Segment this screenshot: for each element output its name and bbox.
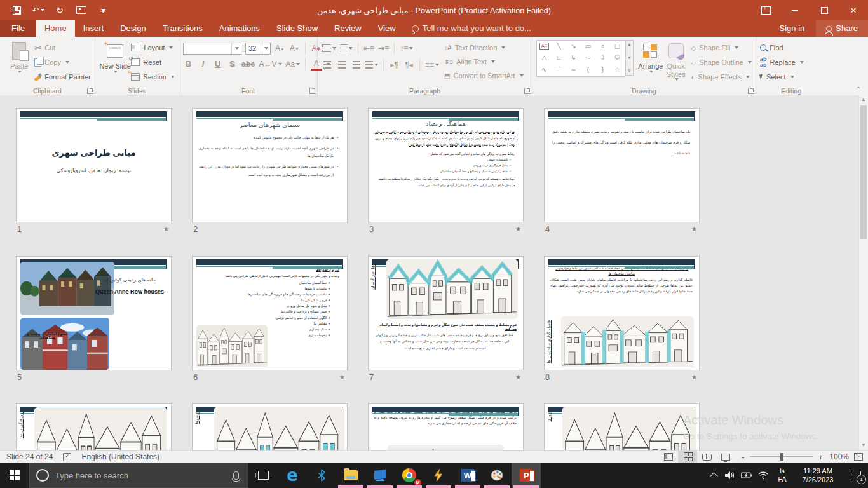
character-spacing-button[interactable]: A↔V [259,58,282,71]
find-button[interactable]: Find [760,41,804,54]
tab-view[interactable]: View [370,20,404,37]
tab-animations[interactable]: Animations [211,20,268,37]
bullets-icon[interactable] [322,43,336,55]
slide-count-indicator[interactable]: Slide 24 of 24 [0,452,59,461]
slide-sorter-view-icon[interactable] [678,451,697,463]
copy-button[interactable]: Copy [34,56,91,69]
replace-button[interactable]: abacReplace [760,56,804,69]
action-center-button[interactable]: 1 [843,463,868,488]
tab-home[interactable]: Home [36,20,75,37]
vertical-scrollbar[interactable]: ▲ ▼ [858,95,868,450]
slide-6[interactable]: کاربرد ضوابط وحدت و یکپارچگی در مجموعه ک… [192,256,348,370]
fit-to-window-icon[interactable] [854,453,863,461]
shape-right-brace-icon[interactable]: } [602,66,604,73]
layout-button[interactable]: Layout [131,41,175,54]
slide-9-thumbnail[interactable]: فرورفتگی در نما [16,403,172,450]
slide-10[interactable]: بازشوها [192,403,348,450]
taskbar-search-input[interactable]: Type here to search [29,463,248,488]
align-center-icon[interactable] [336,59,347,71]
task-view-button[interactable] [248,463,278,488]
shape-fill-button[interactable]: ◇Shape Fill [691,41,752,54]
zoom-level[interactable]: 100% [829,452,849,461]
format-painter-button[interactable]: Format Painter [34,71,91,83]
reset-button[interactable]: Reset [131,56,175,69]
shape-down-arrow-icon[interactable]: ⇩ [600,54,605,61]
start-slideshow-icon[interactable] [75,4,88,16]
paste-button[interactable]: Paste [4,40,34,73]
volume-button[interactable] [722,463,738,488]
align-left-icon[interactable] [322,59,332,71]
wifi-button[interactable] [755,463,771,488]
remote-desktop-button[interactable] [365,463,395,488]
scrollbar-thumb[interactable] [860,105,867,239]
zoom-out-icon[interactable]: - [742,452,744,462]
edge-button[interactable]: e [278,463,307,488]
bluetooth-button[interactable] [307,463,336,488]
shape-star-icon[interactable]: ☆ [614,66,620,73]
justify-icon[interactable] [365,59,378,71]
powerpoint-button[interactable]: P [512,463,541,488]
winamp-button[interactable] [424,463,453,488]
slide-10-thumbnail[interactable]: بازشوها [192,403,348,450]
underline-button[interactable]: U [212,58,223,71]
slideshow-view-icon[interactable] [716,451,735,463]
line-spacing-icon[interactable]: ↕≡ [400,43,413,55]
shape-elbow-icon[interactable]: ∟ [556,54,562,61]
minimize-icon[interactable] [780,0,810,20]
align-text-button[interactable]: ⬍≡Align Text [444,55,524,68]
collapse-ribbon-icon[interactable]: ⌃ [854,86,863,93]
grow-font-icon[interactable]: A▲ [275,43,285,55]
normal-view-icon[interactable] [659,451,678,463]
scroll-up-icon[interactable]: ▲ [859,95,868,104]
customize-quick-access-icon[interactable]: ▾̶ [97,4,109,16]
font-dialog-launcher-icon[interactable] [309,88,316,94]
slide-4[interactable]: یک ساختمان طراحی شده برای تناسب با زمینه… [544,108,700,222]
slide-7[interactable]: خط افق آسمان فرم مسلط و پیچیده سقف شیب د… [368,256,524,370]
cut-button[interactable]: ✂Cut [34,41,91,54]
shape-triangle-icon[interactable]: △ [542,54,547,61]
convert-smartart-button[interactable]: ⬒Convert to SmartArt [444,69,524,82]
tab-insert[interactable]: Insert [75,20,112,37]
left-to-right-icon[interactable]: ▸¶ [389,59,400,71]
tab-review[interactable]: Review [326,20,370,37]
close-icon[interactable]: ✕ [839,0,868,20]
align-right-icon[interactable] [351,59,362,71]
italic-button[interactable]: I [198,58,208,71]
scroll-down-icon[interactable]: ▼ [859,441,868,450]
tab-slide-show[interactable]: Slide Show [268,20,326,37]
zoom-in-icon[interactable]: + [818,452,824,462]
slide-6-thumbnail[interactable]: کاربرد ضوابط وحدت و یکپارچگی در مجموعه ک… [192,256,348,370]
spell-check-icon[interactable] [63,453,71,461]
start-button[interactable] [0,463,29,488]
paint-button[interactable] [482,463,512,488]
tab-file[interactable]: File [0,20,36,37]
chrome-button[interactable]: M [395,463,424,488]
shapes-gallery-scrollbar[interactable]: ▲▼⊽ [625,40,634,76]
select-button[interactable]: Select [760,71,804,83]
change-case-button[interactable]: Aa [286,58,301,71]
tell-me-box[interactable]: Tell me what you want to do... [404,20,539,37]
language-indicator[interactable]: English (United States) [75,452,166,461]
microphone-icon[interactable] [233,471,239,480]
shape-curve-icon[interactable]: ∼ [571,66,576,73]
increase-indent-icon[interactable]: ⇥≡ [378,43,389,55]
font-name-combo[interactable] [183,43,241,55]
save-icon[interactable] [10,4,23,16]
slide-8[interactable]: ریتم ردیف ساختمانها؛ مراعات فاصله نماهای… [544,256,700,370]
reading-view-icon[interactable] [697,451,716,463]
shape-textbox-icon[interactable]: A≡ [539,43,548,50]
decrease-indent-icon[interactable]: ⇤≡ [363,43,374,55]
shape-arrow-icon[interactable]: ↘ [571,43,576,50]
undo-icon[interactable]: ↶ [32,4,44,16]
shape-scribble-icon[interactable]: ∿ [541,66,546,73]
slide-9[interactable]: فرورفتگی در نما [16,403,172,450]
language-switcher[interactable]: فاFA [771,467,793,484]
shape-arc-icon[interactable]: ⌒ [556,65,562,74]
tab-design[interactable]: Design [112,20,154,37]
slide-8-thumbnail[interactable]: ریتم ردیف ساختمانها؛ مراعات فاصله نماهای… [544,256,700,370]
shadow-button[interactable]: S [227,58,238,71]
shape-left-brace-icon[interactable]: { [587,66,589,73]
font-size-combo[interactable]: 32 [245,43,271,55]
columns-icon[interactable]: ≡≡ [425,59,439,71]
arrange-button[interactable]: Arrange [638,40,663,73]
